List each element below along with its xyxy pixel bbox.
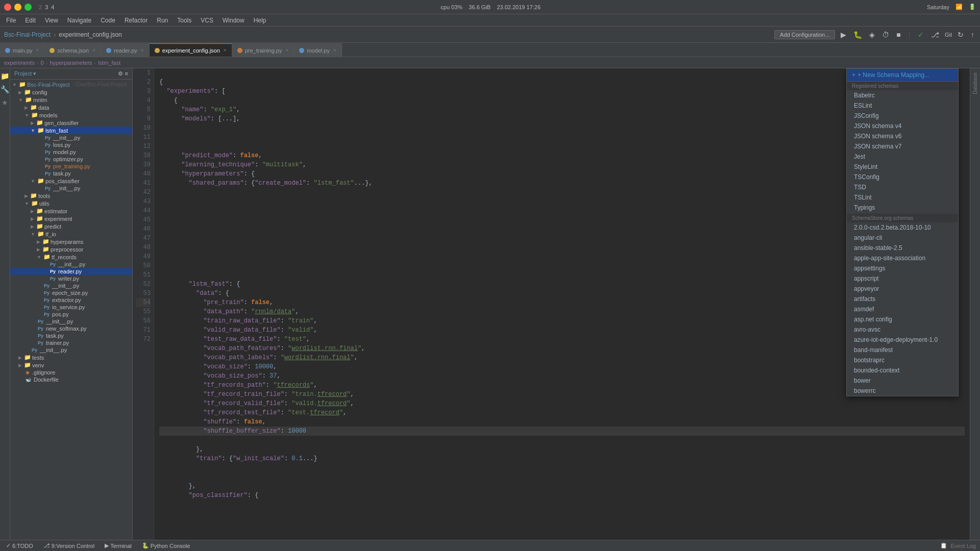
minimize-button[interactable] bbox=[14, 4, 21, 11]
tree-rnnlm[interactable]: ▼ 📁 rnnlm bbox=[10, 96, 132, 104]
schema-stylelint[interactable]: StyleLint bbox=[847, 162, 958, 172]
tab-close-icon[interactable]: × bbox=[92, 47, 95, 53]
schema-babelrc[interactable]: Babelrc bbox=[847, 90, 958, 101]
schema-tslint[interactable]: TSLint bbox=[847, 192, 958, 203]
tree-gitignore[interactable]: ◉ .gitignore bbox=[10, 369, 132, 376]
schema-bowerrc[interactable]: bowerrc bbox=[847, 386, 958, 396]
project-icon[interactable]: 📁 bbox=[0, 70, 11, 82]
tree-loss-py[interactable]: Py loss.py bbox=[10, 141, 132, 148]
tab-model-py[interactable]: model.py × bbox=[294, 43, 341, 57]
tree-venv[interactable]: ▶ 📁 venv bbox=[10, 361, 132, 369]
schema-bootstraprc[interactable]: bootstraprc bbox=[847, 355, 958, 365]
tree-config[interactable]: ▶ 📁 config bbox=[10, 88, 132, 96]
tree-hyperparams[interactable]: ▶ 📁 hyperparams bbox=[10, 238, 132, 245]
tree-data[interactable]: ▶ 📁 data bbox=[10, 104, 132, 111]
schema-appscript[interactable]: appscript bbox=[847, 273, 958, 284]
schema-aspnet[interactable]: asp.net config bbox=[847, 314, 958, 324]
bc-0[interactable]: 0 bbox=[41, 60, 44, 66]
tree-pos-classifier[interactable]: ▼ 📁 pos_classifier bbox=[10, 177, 132, 185]
schema-eslint[interactable]: ESLint bbox=[847, 101, 958, 111]
menu-run[interactable]: Run bbox=[153, 16, 172, 25]
tab-close-icon[interactable]: × bbox=[333, 47, 336, 53]
schema-jest[interactable]: Jest bbox=[847, 152, 958, 162]
tree-task2[interactable]: Py task.py bbox=[10, 332, 132, 339]
todo-tab[interactable]: ✓ 6:TODO bbox=[4, 541, 35, 550]
profile-icon[interactable]: ⏱ bbox=[880, 30, 891, 40]
editor-area[interactable]: 1 2 3 4 5 9 10 11 12 bbox=[133, 68, 970, 540]
tree-experiment[interactable]: ▶ 📁 experiment bbox=[10, 215, 132, 222]
tree-settings-icon[interactable]: ⚙ bbox=[118, 70, 123, 77]
tree-model-py[interactable]: Py model.py bbox=[10, 148, 132, 156]
menu-tools[interactable]: Tools bbox=[173, 16, 195, 25]
tab-close-icon[interactable]: × bbox=[141, 47, 144, 53]
tab-experiment-config[interactable]: experiment_config.json × bbox=[150, 43, 232, 57]
menu-file[interactable]: File bbox=[2, 16, 20, 25]
schema-tsd[interactable]: TSD bbox=[847, 182, 958, 192]
tree-dockerfile[interactable]: 🐋 Dockerfile bbox=[10, 376, 132, 383]
push-icon[interactable]: ↑ bbox=[969, 30, 976, 40]
tree-writer-py[interactable]: Py writer.py bbox=[10, 275, 132, 282]
tree-tf-io[interactable]: ▼ 📁 tf_io bbox=[10, 230, 132, 238]
code-container[interactable]: 1 2 3 4 5 9 10 11 12 bbox=[133, 68, 970, 540]
stop-icon[interactable]: ■ bbox=[895, 30, 902, 40]
debug-icon[interactable]: 🐛 bbox=[852, 30, 864, 40]
tab-close-icon[interactable]: × bbox=[224, 47, 227, 53]
database-tab[interactable]: Database bbox=[971, 70, 979, 96]
schema-azure-iot[interactable]: azure-iot-edge-deployment-1.0 bbox=[847, 335, 958, 345]
tree-trainer[interactable]: Py trainer.py bbox=[10, 339, 132, 346]
terminal-tab[interactable]: ▶ Terminal bbox=[103, 541, 134, 550]
tree-collapse-icon[interactable]: ≡ bbox=[125, 70, 128, 77]
tree-init-rnnlm[interactable]: Py __init__.py bbox=[10, 346, 132, 354]
tree-estimator[interactable]: ▶ 📁 estimator bbox=[10, 207, 132, 215]
git-icon[interactable]: ⎇ bbox=[929, 30, 941, 40]
tab-reader-py[interactable]: reader.py × bbox=[101, 43, 150, 57]
tab-pre-training-py[interactable]: pre_training.py × bbox=[232, 43, 295, 57]
tree-init-utils[interactable]: Py __init__.py bbox=[10, 318, 132, 325]
schema-typings[interactable]: Typings bbox=[847, 203, 958, 213]
tree-pre-training-py[interactable]: Py pre_training.py bbox=[10, 163, 132, 170]
git-checkmark-icon[interactable]: ✓ bbox=[916, 30, 925, 40]
python-console-tab[interactable]: 🐍 Python Console bbox=[140, 541, 192, 550]
tree-init-tfr[interactable]: Py __init__.py bbox=[10, 261, 132, 268]
menu-vcs[interactable]: VCS bbox=[197, 16, 217, 25]
add-configuration-button[interactable]: Add Configuration... bbox=[774, 30, 835, 39]
tree-task-py[interactable]: Py task.py bbox=[10, 170, 132, 177]
menu-edit[interactable]: Edit bbox=[21, 16, 40, 25]
bc-experiments[interactable]: experiments bbox=[4, 60, 35, 66]
project-dropdown[interactable]: Project ▾ bbox=[14, 70, 36, 77]
tab-close-icon[interactable]: × bbox=[285, 47, 288, 53]
tree-pos-py[interactable]: Py pos.py bbox=[10, 311, 132, 318]
schema-band-manifest[interactable]: band-manifest bbox=[847, 345, 958, 355]
tree-init-py[interactable]: Py __init__.py bbox=[10, 134, 132, 141]
project-label[interactable]: Bsc-Final-Project bbox=[4, 31, 51, 38]
tree-tf-records[interactable]: ▼ 📁 tf_records bbox=[10, 253, 132, 261]
schema-appveyor[interactable]: appveyor bbox=[847, 284, 958, 294]
schema-new-mapping[interactable]: + + New Schema Mapping... bbox=[847, 69, 958, 82]
menu-window[interactable]: Window bbox=[218, 16, 249, 25]
tree-init-tfio[interactable]: Py __init__.py bbox=[10, 282, 132, 289]
tree-reader-py[interactable]: Py reader.py bbox=[10, 268, 132, 275]
menu-navigate[interactable]: Navigate bbox=[63, 16, 95, 25]
schema-jsconfig[interactable]: JSConfig bbox=[847, 111, 958, 121]
tab-main-py[interactable]: main.py × bbox=[0, 43, 44, 57]
tree-lstm-fast[interactable]: ▼ 📁 lstm_fast bbox=[10, 127, 132, 134]
tree-preprocessor[interactable]: ▶ 📁 preprocessor bbox=[10, 245, 132, 253]
maximize-button[interactable] bbox=[24, 4, 32, 11]
project-tree[interactable]: Project ▾ ⚙ ≡ ▼ 📁 Bsc-Final-Project ~/De… bbox=[10, 68, 133, 540]
close-button[interactable] bbox=[4, 4, 11, 11]
schema-bounded-context[interactable]: bounded-context bbox=[847, 365, 958, 375]
schema-asmdef[interactable]: asmdef bbox=[847, 304, 958, 314]
schema-avro[interactable]: avro-avsc bbox=[847, 324, 958, 335]
tree-init2[interactable]: Py __init__.py bbox=[10, 185, 132, 192]
version-control-tab[interactable]: ⎇ 9:Version Control bbox=[41, 541, 96, 550]
tree-optimizer-py[interactable]: Py optimizer.py bbox=[10, 156, 132, 163]
schema-artifacts[interactable]: artifacts bbox=[847, 294, 958, 304]
tree-extractor[interactable]: Py extractor.py bbox=[10, 296, 132, 304]
tree-epoch-size[interactable]: Py epoch_size.py bbox=[10, 289, 132, 296]
tree-tests[interactable]: ▶ 📁 tests bbox=[10, 354, 132, 361]
schema-json-v4[interactable]: JSON schema v4 bbox=[847, 121, 958, 131]
schema-store-1[interactable]: 2.0.0-csd.2.beta.2018-10-10 bbox=[847, 222, 958, 233]
tree-tools[interactable]: ▶ 📁 tools bbox=[10, 192, 132, 199]
tab-close-icon[interactable]: × bbox=[36, 47, 39, 53]
run-icon[interactable]: ▶ bbox=[839, 30, 848, 40]
